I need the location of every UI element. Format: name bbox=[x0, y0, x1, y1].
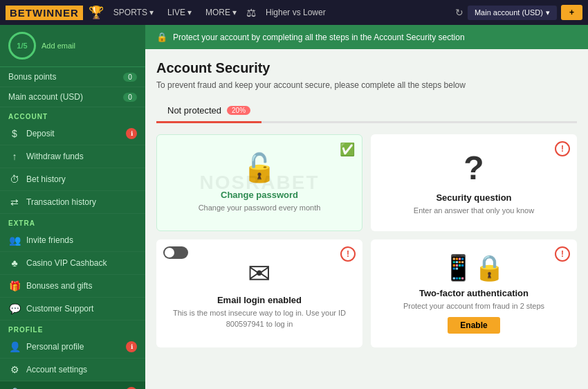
user-icon: 👤 bbox=[8, 341, 21, 352]
scales-icon: ⚖ bbox=[246, 6, 256, 19]
chevron-down-icon: ▾ bbox=[149, 8, 154, 17]
add-email-label[interactable]: Add email bbox=[42, 42, 75, 50]
sidebar-item-bonuses[interactable]: 🎁 Bonuses and gifts bbox=[0, 275, 145, 298]
nav-live[interactable]: LIVE ▾ bbox=[163, 5, 196, 20]
warning-icon: ! bbox=[555, 246, 570, 262]
main-layout: 1/5 Add email Bonus points 0 Main accoun… bbox=[0, 25, 588, 389]
email-login-card: ! ✉ Email login enabled This is the most… bbox=[156, 239, 362, 347]
email-login-subtitle: This is the most insecure way to log in.… bbox=[167, 308, 351, 329]
progress-circle: 1/5 bbox=[8, 32, 36, 60]
question-mark-icon: ? bbox=[463, 149, 484, 187]
enable-button[interactable]: Enable bbox=[448, 317, 499, 334]
chevron-down-icon: ▾ bbox=[546, 8, 550, 17]
sidebar-item-support[interactable]: 💬 Customer Support bbox=[0, 298, 145, 320]
toggle-knob bbox=[165, 248, 174, 257]
sidebar-item-account-settings[interactable]: ⚙ Account settings bbox=[0, 359, 145, 381]
page-subtitle: To prevent fraud and keep your account s… bbox=[156, 80, 577, 90]
sidebar-item-invite[interactable]: 👥 Invite friends bbox=[0, 229, 145, 252]
sidebar-item-personal-profile[interactable]: 👤 Personal profile ℹ bbox=[0, 336, 145, 359]
sidebar-item-security[interactable]: 🔒 Security ℹ bbox=[0, 381, 145, 389]
email-login-title: Email login enabled bbox=[217, 295, 302, 305]
page-title: Account Security bbox=[156, 60, 577, 76]
two-factor-subtitle: Protect your account from fraud in 2 ste… bbox=[403, 301, 544, 311]
brand-logo[interactable]: BETWINNER bbox=[6, 6, 83, 20]
tab-percentage-badge: 20% bbox=[227, 106, 250, 115]
sidebar-item-bet-history[interactable]: ⏱ Bet history bbox=[0, 168, 145, 191]
alert-lock-icon: 🔒 bbox=[156, 32, 167, 42]
dollar-icon: $ bbox=[8, 128, 21, 139]
history-icon: ⏱ bbox=[8, 174, 21, 185]
refresh-icon[interactable]: ↻ bbox=[455, 7, 463, 18]
sidebar-item-casino-vip[interactable]: ♣ Casino VIP Cashback bbox=[0, 252, 145, 275]
sidebar-main-account: Main account (USD) 0 bbox=[0, 87, 145, 107]
deposit-button[interactable]: + bbox=[561, 5, 582, 20]
profile-section-label: PROFILE bbox=[0, 320, 145, 336]
top-navigation: BETWINNER 🏆 SPORTS ▾ LIVE ▾ MORE ▾ ⚖ Hig… bbox=[0, 0, 588, 25]
content-area: Account Security To prevent fraud and ke… bbox=[145, 49, 588, 389]
vip-icon: ♣ bbox=[8, 257, 21, 269]
profile-area: 1/5 Add email bbox=[0, 25, 145, 67]
two-factor-icon: 📱🔒 bbox=[443, 253, 505, 282]
email-toggle-area[interactable] bbox=[163, 246, 188, 259]
extra-section-label: EXTRA bbox=[0, 214, 145, 229]
nav-sports[interactable]: SPORTS ▾ bbox=[109, 5, 158, 20]
support-icon: 💬 bbox=[8, 303, 21, 314]
email-toggle-switch[interactable] bbox=[163, 246, 188, 259]
change-password-card: NOSRABET ✅ 🔓 Change password Change your… bbox=[156, 134, 362, 231]
deposit-info-badge: ℹ bbox=[126, 128, 137, 139]
nav-bet[interactable]: Higher vs Lower bbox=[261, 5, 330, 20]
tabs-row: Not protected 20% bbox=[156, 100, 577, 123]
security-question-card: ! ? Security question Enter an answer th… bbox=[371, 134, 577, 231]
tab-not-protected[interactable]: Not protected 20% bbox=[156, 100, 261, 123]
balance-area: ↻ Main account (USD) ▾ + bbox=[455, 5, 582, 20]
profile-info-badge: ℹ bbox=[126, 341, 137, 352]
warning-icon: ! bbox=[555, 141, 570, 156]
lock-open-icon: 🔓 bbox=[242, 152, 277, 184]
chevron-down-icon: ▾ bbox=[232, 8, 237, 17]
main-content: 🔒 Protect your account by completing all… bbox=[145, 25, 588, 389]
two-factor-title: Two-factor authentication bbox=[419, 288, 529, 298]
chevron-down-icon: ▾ bbox=[187, 8, 192, 17]
alert-banner: 🔒 Protect your account by completing all… bbox=[145, 25, 588, 49]
sidebar-item-deposit[interactable]: $ Deposit ℹ bbox=[0, 123, 145, 145]
account-balance-button[interactable]: Main account (USD) ▾ bbox=[468, 6, 557, 20]
security-cards-grid: NOSRABET ✅ 🔓 Change password Change your… bbox=[156, 134, 577, 347]
account-section-label: ACCOUNT bbox=[0, 107, 145, 123]
security-question-title[interactable]: Security question bbox=[436, 192, 511, 203]
nav-more[interactable]: MORE ▾ bbox=[201, 5, 241, 20]
gift-icon: 🎁 bbox=[8, 280, 21, 291]
warning-icon: ! bbox=[340, 246, 356, 262]
brand-emblem: 🏆 bbox=[89, 5, 104, 20]
withdraw-icon: ↑ bbox=[8, 151, 21, 162]
transaction-icon: ⇄ bbox=[8, 197, 21, 208]
change-password-subtitle: Change your password every month bbox=[199, 203, 321, 213]
settings-icon: ⚙ bbox=[8, 364, 21, 375]
sidebar-item-withdraw[interactable]: ↑ Withdraw funds bbox=[0, 145, 145, 168]
sidebar: 1/5 Add email Bonus points 0 Main accoun… bbox=[0, 25, 145, 389]
sidebar-item-transaction-history[interactable]: ⇄ Transaction history bbox=[0, 191, 145, 214]
security-question-subtitle: Enter an answer that only you know bbox=[414, 206, 534, 216]
bonus-points-badge: 0 bbox=[123, 73, 137, 82]
sidebar-bonus-points: Bonus points 0 bbox=[0, 67, 145, 87]
main-account-badge: 0 bbox=[123, 93, 137, 102]
friends-icon: 👥 bbox=[8, 235, 21, 246]
email-icon: ✉ bbox=[248, 257, 271, 289]
check-icon: ✅ bbox=[340, 142, 355, 157]
two-factor-card: ! 📱🔒 Two-factor authentication Protect y… bbox=[371, 239, 577, 347]
change-password-title[interactable]: Change password bbox=[221, 190, 298, 200]
